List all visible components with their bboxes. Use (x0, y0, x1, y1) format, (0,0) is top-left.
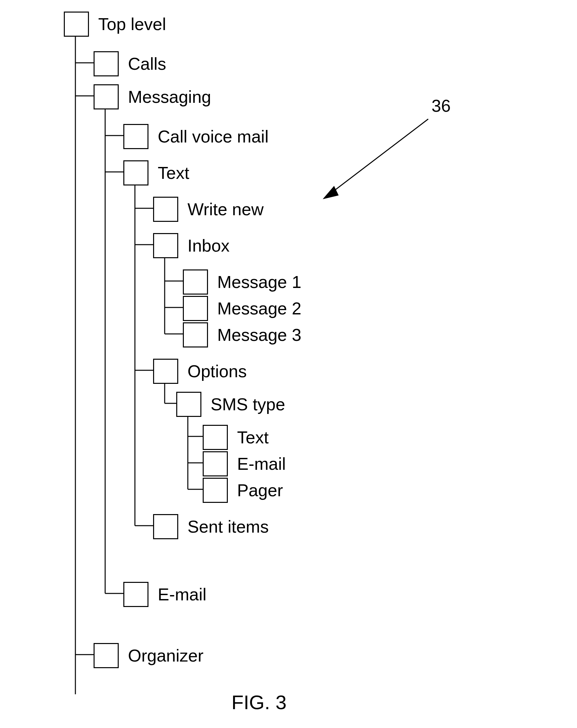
box-icon (64, 11, 89, 37)
node-label: Messaging (128, 87, 211, 107)
node-label: Pager (237, 480, 283, 500)
box-icon (94, 643, 119, 668)
tree-node-message-1: Message 1 (183, 269, 301, 294)
node-label: Text (158, 163, 189, 183)
box-icon (203, 451, 228, 476)
box-icon (153, 514, 178, 539)
node-label: E-mail (158, 584, 206, 604)
box-icon (153, 359, 178, 384)
box-icon (94, 51, 119, 76)
node-label: Calls (128, 54, 166, 74)
tree-node-call-voice-mail: Call voice mail (123, 124, 268, 149)
box-icon (183, 322, 208, 347)
box-icon (153, 233, 178, 258)
tree-node-email: E-mail (123, 582, 206, 607)
node-label: Message 2 (217, 298, 301, 318)
node-label: Top level (98, 14, 166, 34)
svg-line-23 (324, 119, 428, 198)
tree-node-sms-text: Text (203, 425, 268, 450)
tree-node-sms-email: E-mail (203, 451, 286, 476)
box-icon (123, 582, 149, 607)
tree-node-sms-pager: Pager (203, 478, 283, 503)
node-label: Sent items (187, 517, 269, 537)
node-label: Call voice mail (158, 127, 268, 147)
tree-node-text: Text (123, 160, 189, 185)
tree-node-top-level: Top level (64, 11, 166, 37)
tree-node-messaging: Messaging (94, 84, 211, 109)
svg-marker-24 (324, 187, 338, 198)
tree-node-options: Options (153, 359, 247, 384)
node-label: SMS type (211, 394, 285, 414)
node-label: Message 3 (217, 325, 301, 345)
tree-node-sms-type: SMS type (176, 392, 285, 417)
tree-node-message-2: Message 2 (183, 296, 301, 321)
diagram-canvas: Top level Calls Messaging Call voice mai… (0, 0, 577, 728)
box-icon (183, 269, 208, 294)
box-icon (203, 478, 228, 503)
node-label: Inbox (187, 236, 230, 256)
tree-node-message-3: Message 3 (183, 322, 301, 347)
node-label: Organizer (128, 646, 203, 666)
node-label: Text (237, 427, 268, 447)
box-icon (153, 197, 178, 222)
tree-node-organizer: Organizer (94, 643, 203, 668)
node-label: E-mail (237, 454, 286, 474)
reference-number-label: 36 (431, 96, 451, 116)
box-icon (94, 84, 119, 109)
tree-node-calls: Calls (94, 51, 166, 76)
box-icon (183, 296, 208, 321)
tree-node-inbox: Inbox (153, 233, 230, 258)
box-icon (123, 124, 149, 149)
tree-connector-lines (0, 0, 577, 728)
node-label: Message 1 (217, 272, 301, 292)
tree-node-sent-items: Sent items (153, 514, 269, 539)
box-icon (123, 160, 149, 185)
tree-node-write-new: Write new (153, 197, 264, 222)
box-icon (176, 392, 201, 417)
node-label: Write new (187, 199, 264, 219)
box-icon (203, 425, 228, 450)
node-label: Options (187, 361, 247, 381)
figure-caption: FIG. 3 (232, 691, 287, 714)
